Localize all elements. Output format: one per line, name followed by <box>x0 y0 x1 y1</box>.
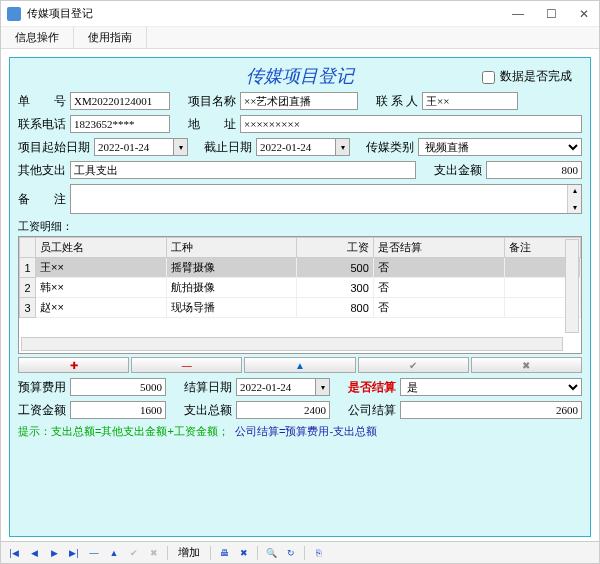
grid-confirm-button[interactable]: ✔ <box>358 357 469 373</box>
end-date-picker-icon[interactable]: ▾ <box>336 138 350 156</box>
label-start-date: 项目起始日期 <box>18 139 90 156</box>
export-icon[interactable]: ⎘ <box>309 545 327 561</box>
grid-cancel-button[interactable]: ✖ <box>471 357 582 373</box>
company-settle-field[interactable] <box>400 401 582 419</box>
end-date-field[interactable] <box>256 138 336 156</box>
label-phone: 联系电话 <box>18 116 66 133</box>
contact-field[interactable] <box>422 92 518 110</box>
toolbar-cancel-button[interactable]: ✖ <box>145 545 163 561</box>
label-expense-total: 支出总额 <box>184 402 232 419</box>
label-other-expense: 其他支出 <box>18 162 66 179</box>
tip-text: 提示：支出总额=其他支出金额+工资金额； 公司结算=预算费用-支出总额 <box>18 424 582 439</box>
project-name-field[interactable] <box>240 92 358 110</box>
order-no-field[interactable] <box>70 92 170 110</box>
remark-scrollbar[interactable]: ▴▾ <box>567 185 581 213</box>
table-row[interactable]: 2 韩××航拍摄像 300否 <box>20 278 581 298</box>
search-icon[interactable]: 🔍 <box>262 545 280 561</box>
settle-date-field[interactable] <box>236 378 316 396</box>
media-type-select[interactable]: 视频直播 <box>418 138 582 156</box>
label-address: 地 址 <box>188 116 236 133</box>
toolbar-check-button[interactable]: ✔ <box>125 545 143 561</box>
grid-add-button[interactable]: ✚ <box>18 357 129 373</box>
label-company-settle: 公司结算 <box>348 402 396 419</box>
label-end-date: 截止日期 <box>204 139 252 156</box>
label-amount: 支出金额 <box>434 162 482 179</box>
toolbar-up-button[interactable]: ▲ <box>105 545 123 561</box>
settle-date-picker-icon[interactable]: ▾ <box>316 378 330 396</box>
first-record-button[interactable]: |◀ <box>5 545 23 561</box>
label-order-no: 单 号 <box>18 93 66 110</box>
refresh-icon[interactable]: ↻ <box>282 545 300 561</box>
start-date-field[interactable] <box>94 138 174 156</box>
window-title: 传媒项目登记 <box>27 6 508 21</box>
minimize-button[interactable]: — <box>508 7 528 21</box>
wage-amount-field[interactable] <box>70 401 166 419</box>
phone-field[interactable] <box>70 115 170 133</box>
toolbar-minus-button[interactable]: — <box>85 545 103 561</box>
menu-info[interactable]: 信息操作 <box>1 27 74 48</box>
app-icon <box>7 7 21 21</box>
next-record-button[interactable]: ▶ <box>45 545 63 561</box>
grid-up-button[interactable]: ▲ <box>244 357 355 373</box>
grid-header-row: 员工姓名 工种 工资 是否结算 备注 <box>20 238 581 258</box>
prev-record-button[interactable]: ◀ <box>25 545 43 561</box>
other-expense-field[interactable] <box>70 161 416 179</box>
grid-nav: ✚ — ▲ ✔ ✖ <box>18 357 582 373</box>
add-record-button[interactable]: 增加 <box>172 545 206 560</box>
label-detail: 工资明细： <box>18 219 582 234</box>
amount-field[interactable] <box>486 161 582 179</box>
label-project-name: 项目名称 <box>188 93 236 110</box>
complete-checkbox-label[interactable]: 数据是否完成 <box>482 68 572 85</box>
address-field[interactable] <box>240 115 582 133</box>
budget-field[interactable] <box>70 378 166 396</box>
print-icon[interactable]: 🖶 <box>215 545 233 561</box>
delete-icon[interactable]: ✖ <box>235 545 253 561</box>
label-settle-date: 结算日期 <box>184 379 232 396</box>
titlebar: 传媒项目登记 — ☐ ✕ <box>1 1 599 27</box>
is-settle-select[interactable]: 是 <box>400 378 582 396</box>
record-toolbar: |◀ ◀ ▶ ▶| — ▲ ✔ ✖ 增加 🖶 ✖ 🔍 ↻ ⎘ <box>1 541 599 563</box>
label-media-type: 传媒类别 <box>366 139 414 156</box>
remark-textarea[interactable]: ▴▾ <box>70 184 582 214</box>
label-is-settle: 是否结算 <box>348 379 396 396</box>
wage-grid: 员工姓名 工种 工资 是否结算 备注 1 王××摇臂摄像 500否 2 韩××航… <box>18 236 582 354</box>
label-budget: 预算费用 <box>18 379 66 396</box>
menubar: 信息操作 使用指南 <box>1 27 599 49</box>
complete-checkbox[interactable] <box>482 71 495 84</box>
label-contact: 联 系 人 <box>376 93 418 110</box>
close-button[interactable]: ✕ <box>575 7 593 21</box>
menu-guide[interactable]: 使用指南 <box>74 27 147 48</box>
start-date-picker-icon[interactable]: ▾ <box>174 138 188 156</box>
table-row[interactable]: 1 王××摇臂摄像 500否 <box>20 258 581 278</box>
label-remark: 备 注 <box>18 191 66 208</box>
expense-total-field[interactable] <box>236 401 330 419</box>
label-wage-amount: 工资金额 <box>18 402 66 419</box>
main-panel: 传媒项目登记 数据是否完成 单 号 项目名称 联 系 人 联系电话 地 址 <box>9 57 591 537</box>
last-record-button[interactable]: ▶| <box>65 545 83 561</box>
grid-vscrollbar[interactable] <box>565 239 579 333</box>
maximize-button[interactable]: ☐ <box>542 7 561 21</box>
grid-hscrollbar[interactable] <box>21 337 563 351</box>
table-row[interactable]: 3 赵××现场导播 800否 <box>20 298 581 318</box>
grid-delete-button[interactable]: — <box>131 357 242 373</box>
